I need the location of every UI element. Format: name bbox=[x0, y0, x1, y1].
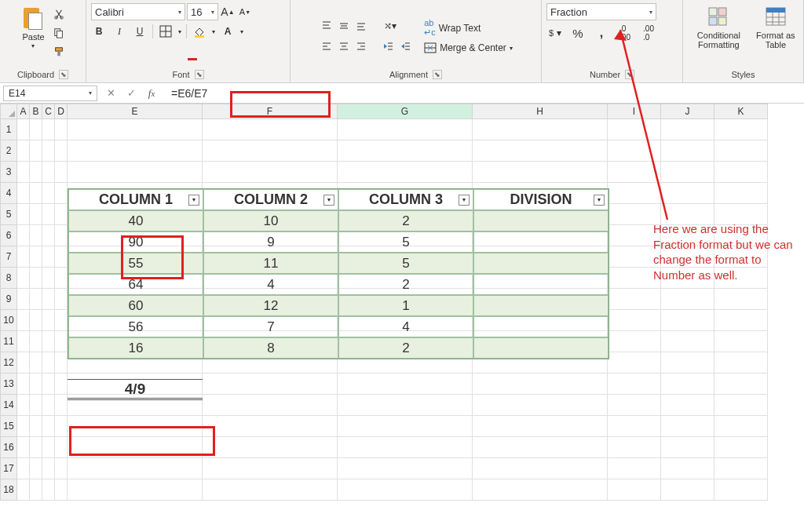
cell-K18[interactable] bbox=[714, 479, 768, 501]
cell-B6[interactable] bbox=[30, 225, 42, 246]
table-cell[interactable]: 64 bbox=[68, 274, 203, 295]
cell-G16[interactable] bbox=[338, 437, 473, 458]
increase-decimal-button[interactable]: .0.00 bbox=[617, 25, 633, 41]
table-cell[interactable]: 9 bbox=[203, 231, 338, 253]
cell-K9[interactable] bbox=[714, 289, 768, 310]
table-cell[interactable] bbox=[473, 337, 608, 359]
percent-format-button[interactable]: % bbox=[570, 25, 586, 41]
row-header-14[interactable]: 14 bbox=[0, 395, 17, 416]
cell-H15[interactable] bbox=[473, 416, 608, 437]
increase-indent-button[interactable] bbox=[397, 38, 413, 54]
table-cell[interactable]: 55 bbox=[68, 253, 203, 274]
borders-button[interactable] bbox=[158, 24, 174, 39]
cell-J9[interactable] bbox=[661, 289, 714, 310]
table-cell[interactable]: 12 bbox=[203, 295, 338, 316]
filter-button[interactable]: ▼ bbox=[323, 195, 334, 206]
table-cell[interactable]: 90 bbox=[68, 231, 203, 253]
row-header-10[interactable]: 10 bbox=[0, 310, 17, 331]
table-cell[interactable]: 56 bbox=[68, 316, 203, 337]
alignment-dialog-launcher[interactable]: ⬊ bbox=[433, 70, 442, 79]
cell-A9[interactable] bbox=[17, 289, 30, 310]
cell-I11[interactable] bbox=[608, 331, 661, 352]
cell-D15[interactable] bbox=[55, 416, 68, 437]
cell-B2[interactable] bbox=[30, 140, 42, 162]
clipboard-dialog-launcher[interactable]: ⬊ bbox=[59, 70, 68, 79]
cell-I17[interactable] bbox=[608, 458, 661, 479]
table-cell[interactable]: 40 bbox=[68, 210, 203, 231]
cell-A2[interactable] bbox=[17, 140, 30, 162]
cell-B9[interactable] bbox=[30, 289, 42, 310]
cell-D16[interactable] bbox=[55, 437, 68, 458]
table-cell[interactable]: 2 bbox=[338, 337, 473, 359]
table-cell[interactable] bbox=[473, 253, 608, 274]
table-cell[interactable]: 60 bbox=[68, 295, 203, 316]
cell-I2[interactable] bbox=[608, 140, 661, 162]
cell-H3[interactable] bbox=[473, 162, 608, 183]
cell-G18[interactable] bbox=[338, 479, 473, 501]
table-cell[interactable] bbox=[473, 295, 608, 316]
cell-B8[interactable] bbox=[30, 268, 42, 289]
col-header-I[interactable]: I bbox=[608, 104, 661, 119]
cell-J10[interactable] bbox=[661, 310, 714, 331]
cell-I1[interactable] bbox=[608, 119, 661, 140]
cell-I4[interactable] bbox=[608, 183, 661, 204]
cell-C7[interactable] bbox=[42, 246, 55, 268]
cell-E3[interactable] bbox=[68, 162, 203, 183]
cell-A16[interactable] bbox=[17, 437, 30, 458]
cell-J3[interactable] bbox=[661, 162, 714, 183]
cell-J11[interactable] bbox=[661, 331, 714, 352]
cell-B3[interactable] bbox=[30, 162, 42, 183]
cell-C8[interactable] bbox=[42, 268, 55, 289]
cell-B11[interactable] bbox=[30, 331, 42, 352]
col-header-A[interactable]: A bbox=[17, 104, 30, 119]
cell-G14[interactable] bbox=[338, 395, 473, 416]
cell-A18[interactable] bbox=[17, 479, 30, 501]
cell-J16[interactable] bbox=[661, 437, 714, 458]
cell-H1[interactable] bbox=[473, 119, 608, 140]
col-header-G[interactable]: G bbox=[338, 104, 473, 119]
cell-G1[interactable] bbox=[338, 119, 473, 140]
cell-H17[interactable] bbox=[473, 458, 608, 479]
cell-J18[interactable] bbox=[661, 479, 714, 501]
accounting-format-button[interactable]: $▾ bbox=[546, 25, 562, 41]
format-as-table-button[interactable]: Format as Table bbox=[753, 3, 799, 51]
cell-C12[interactable] bbox=[42, 352, 55, 373]
table-cell[interactable]: 4 bbox=[203, 274, 338, 295]
number-format-combo[interactable]: Fraction▾ bbox=[546, 3, 656, 20]
table-cell[interactable]: 5 bbox=[338, 253, 473, 274]
cell-A17[interactable] bbox=[17, 458, 30, 479]
conditional-formatting-button[interactable]: Conditional Formatting bbox=[688, 3, 750, 51]
cell-A5[interactable] bbox=[17, 204, 30, 225]
cell-C3[interactable] bbox=[42, 162, 55, 183]
table-cell[interactable]: 2 bbox=[338, 274, 473, 295]
table-cell[interactable] bbox=[473, 210, 608, 231]
cell-F15[interactable] bbox=[203, 416, 338, 437]
cell-J4[interactable] bbox=[661, 183, 714, 204]
cell-B7[interactable] bbox=[30, 246, 42, 268]
cell-B18[interactable] bbox=[30, 479, 42, 501]
cell-I10[interactable] bbox=[608, 310, 661, 331]
cell-E16[interactable] bbox=[68, 437, 203, 458]
cell-F2[interactable] bbox=[203, 140, 338, 162]
cell-K16[interactable] bbox=[714, 437, 768, 458]
cell-E18[interactable] bbox=[68, 479, 203, 501]
cell-I16[interactable] bbox=[608, 437, 661, 458]
cell-C11[interactable] bbox=[42, 331, 55, 352]
cell-J14[interactable] bbox=[661, 395, 714, 416]
col-header-D[interactable]: D bbox=[55, 104, 68, 119]
formula-input[interactable]: =E6/E7 bbox=[165, 86, 804, 101]
cell-B4[interactable] bbox=[30, 183, 42, 204]
row-header-11[interactable]: 11 bbox=[0, 331, 17, 352]
table-cell[interactable] bbox=[473, 274, 608, 295]
cell-B15[interactable] bbox=[30, 416, 42, 437]
cell-B17[interactable] bbox=[30, 458, 42, 479]
underline-button[interactable]: U bbox=[132, 24, 148, 39]
cell-D8[interactable] bbox=[55, 268, 68, 289]
align-top-button[interactable] bbox=[319, 18, 334, 34]
cell-K12[interactable] bbox=[714, 352, 768, 373]
cell-G15[interactable] bbox=[338, 416, 473, 437]
cell-I13[interactable] bbox=[608, 373, 661, 395]
paste-button[interactable]: Paste ▾ bbox=[19, 3, 47, 51]
cell-H13[interactable] bbox=[473, 373, 608, 395]
table-cell[interactable] bbox=[473, 231, 608, 253]
